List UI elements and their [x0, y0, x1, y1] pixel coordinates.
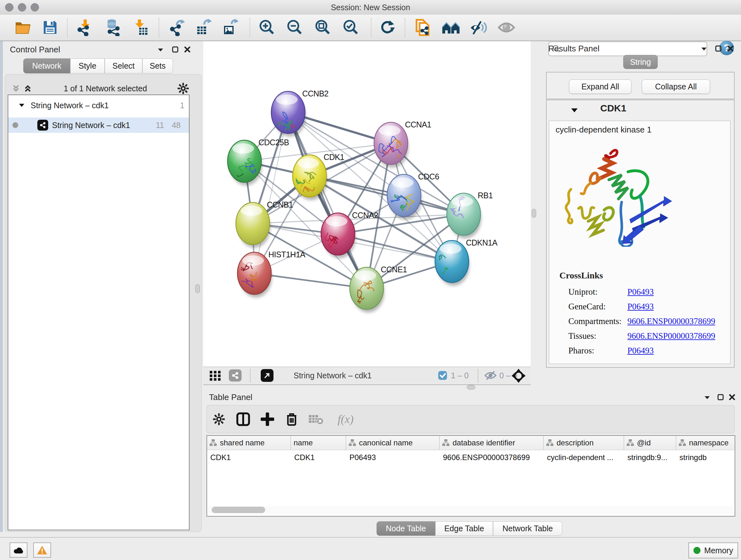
left-splitter-handle[interactable]	[195, 284, 200, 293]
entry-collapse-icon[interactable]	[570, 107, 579, 113]
crosslink-link[interactable]: P06493	[627, 302, 654, 312]
tree-expand-icon[interactable]	[18, 103, 25, 108]
collapse-all-chevron-icon[interactable]	[11, 84, 21, 93]
refresh-button[interactable]	[377, 17, 397, 37]
node-CDC25B[interactable]: CDC25B	[227, 138, 289, 188]
tab-label: Edge Table	[444, 524, 484, 533]
toolbar-separator	[158, 18, 159, 37]
selected-checkbox-icon[interactable]	[438, 371, 448, 380]
export-image-button[interactable]	[221, 17, 241, 37]
column-header--id[interactable]: @id	[624, 436, 676, 450]
delete-column-button[interactable]	[280, 408, 304, 430]
string-network-graph: CCNB2CCNA1CDC25BCDK1CDC6RB1CCNB1CCNA2CDK…	[203, 41, 531, 367]
close-panel-icon[interactable]	[729, 394, 736, 401]
tab-edge-table[interactable]: Edge Table	[435, 521, 493, 536]
zoom-out-button[interactable]	[285, 17, 305, 37]
node-CCNA2[interactable]: CCNA2	[321, 211, 378, 258]
collapse-all-button[interactable]: Collapse All	[642, 79, 710, 94]
node-RB1[interactable]: RB1	[447, 191, 493, 239]
crosslink-link[interactable]: P06493	[627, 346, 654, 356]
export-table-button[interactable]	[194, 17, 214, 37]
function-builder-button-disabled[interactable]: f(x)	[328, 408, 363, 430]
table-settings-button[interactable]	[207, 408, 231, 430]
panel-menu-icon[interactable]	[700, 46, 708, 51]
show-columns-button[interactable]	[231, 408, 255, 430]
birds-eye-toggle-icon[interactable]	[512, 369, 526, 383]
warning-button[interactable]	[33, 543, 51, 558]
column-header-description[interactable]: description	[544, 436, 624, 450]
tab-string[interactable]: String	[623, 55, 658, 69]
crosslink-link[interactable]: 9606.ENSP00000378699	[627, 331, 715, 341]
hide-selected-button[interactable]	[468, 17, 488, 37]
import-network-from-database-button[interactable]	[104, 17, 123, 37]
save-session-button[interactable]	[40, 17, 60, 37]
panel-menu-icon[interactable]	[157, 47, 164, 52]
crosslink-link[interactable]: 9606.ENSP00000378699	[627, 316, 715, 326]
tab-network-table[interactable]: Network Table	[493, 521, 562, 536]
table-row[interactable]: CDK1CDK1P064939606.ENSP00000378699cyclin…	[207, 450, 735, 465]
column-header-namespace[interactable]: namespace	[676, 436, 735, 450]
show-all-button[interactable]	[496, 17, 516, 37]
show-all-eye-icon	[497, 20, 515, 35]
left-edge-strip	[0, 41, 3, 532]
network-row-selected[interactable]: String Network – cdk1 11 48	[8, 118, 189, 133]
expand-all-button[interactable]: Expand All	[569, 79, 631, 94]
float-panel-icon[interactable]	[717, 394, 724, 401]
node-HIST1H1A[interactable]: HIST1H1A	[238, 250, 306, 298]
float-panel-icon[interactable]	[172, 46, 179, 53]
close-panel-icon[interactable]	[727, 45, 734, 52]
zoom-selected-button[interactable]	[341, 17, 361, 37]
edge-CCNB2-CCNE1[interactable]	[288, 112, 367, 288]
tab-style[interactable]: Style	[70, 58, 105, 73]
column-header-canonical-name[interactable]: canonical name	[346, 436, 440, 450]
string-view-icon[interactable]	[229, 369, 242, 381]
tab-sets[interactable]: Sets	[142, 58, 173, 73]
nested-networks-button[interactable]	[441, 17, 461, 37]
crosslink-link[interactable]: P06493	[627, 287, 654, 297]
node-CCNE1[interactable]: CCNE1	[350, 265, 407, 313]
node-CCNA1[interactable]: CCNA1	[374, 120, 431, 172]
table-panel-title: Table Panel	[209, 392, 253, 402]
expand-all-chevron-icon[interactable]	[23, 84, 32, 93]
memory-button[interactable]: Memory	[688, 543, 738, 558]
tab-node-table[interactable]: Node Table	[377, 521, 435, 536]
import-network-from-file-button[interactable]	[75, 17, 94, 37]
zoom-fit-content-button[interactable]	[313, 17, 333, 37]
network-name: String Network – cdk1	[52, 121, 130, 130]
node-CDK1[interactable]: CDK1	[290, 152, 344, 200]
column-header-shared-name[interactable]: shared name	[207, 436, 291, 450]
node-CCNB2[interactable]: CCNB2	[271, 89, 328, 137]
clone-network-button[interactable]	[413, 17, 433, 37]
zoom-out-icon	[286, 19, 304, 36]
float-panel-icon[interactable]	[715, 45, 722, 52]
create-column-button[interactable]	[255, 408, 280, 430]
gear-icon[interactable]	[177, 82, 189, 95]
edge-CDK1-RB1[interactable]	[310, 176, 464, 214]
right-splitter-handle[interactable]	[532, 209, 536, 218]
column-header-database-identifier[interactable]: database identifier	[440, 436, 544, 450]
open-in-window-icon[interactable]	[261, 369, 273, 382]
entry-detail-box: cyclin-dependent kinase 1	[549, 121, 731, 364]
grid-view-icon[interactable]	[209, 370, 222, 381]
zoom-in-button[interactable]	[257, 17, 277, 37]
hscrollbar-thumb[interactable]	[212, 507, 265, 513]
edge-CCNB2-HIST1H1A[interactable]	[254, 112, 288, 273]
tab-label: Node Table	[386, 524, 426, 533]
node-CDKN1A[interactable]: CDKN1A	[420, 238, 497, 286]
column-header-name[interactable]: name	[291, 436, 346, 450]
panel-menu-icon[interactable]	[704, 395, 711, 400]
delete-table-button-disabled[interactable]	[304, 408, 328, 430]
column-label: canonical name	[359, 438, 413, 447]
tab-select[interactable]: Select	[105, 58, 142, 73]
network-tree: String Network – cdk1 1 String Network –…	[8, 95, 190, 530]
cloud-button[interactable]	[10, 543, 27, 558]
open-session-button[interactable]	[13, 17, 33, 37]
export-network-button[interactable]	[167, 17, 187, 37]
network-collection-row[interactable]: String Network – cdk1 1	[8, 98, 189, 113]
save-floppy-icon	[43, 20, 58, 35]
table-panel: Table Panel f(x) shared namenamecanonica…	[203, 388, 738, 536]
import-table-from-file-button[interactable]	[130, 17, 150, 37]
tab-network[interactable]: Network	[23, 58, 70, 73]
close-panel-icon[interactable]	[184, 46, 191, 53]
network-canvas[interactable]: CCNB2CCNA1CDC25BCDK1CDC6RB1CCNB1CCNA2CDK…	[203, 41, 531, 367]
